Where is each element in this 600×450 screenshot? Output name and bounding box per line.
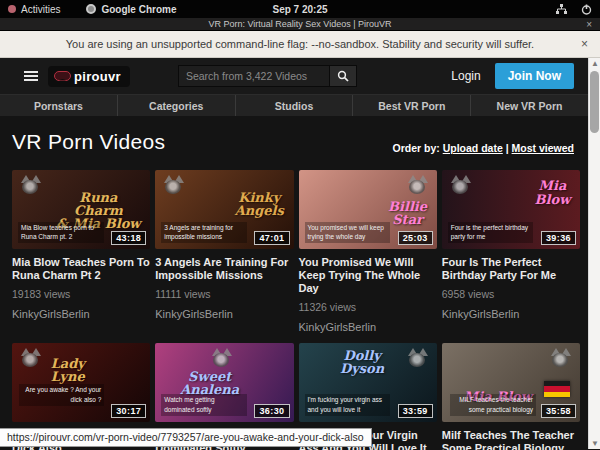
tab-close-icon[interactable]: × xyxy=(586,18,592,31)
video-thumbnail[interactable]: Dolly Dyson I'm fucking your virgin ass … xyxy=(299,343,437,422)
order-by-label: Order by: xyxy=(393,142,440,154)
browser-viewport: pirouvr Login Join Now Pornstars Categor… xyxy=(0,58,600,449)
video-card: Kinky Angels 3 Angels are training for i… xyxy=(155,170,293,333)
video-card: Billie Star You promised we will keep tr… xyxy=(299,170,437,333)
duration-badge: 36:30 xyxy=(254,404,289,418)
nav-new-vr-porn[interactable]: New VR Porn xyxy=(470,95,588,116)
page-scrollbar[interactable]: ▲ ▼ xyxy=(588,58,600,449)
duration-badge: 33:59 xyxy=(398,404,433,418)
video-thumbnail[interactable]: Sweet Analena Watch me getting dominated… xyxy=(155,343,293,422)
studio-link[interactable]: KinkyGirlsBerlin xyxy=(299,321,437,333)
search-input[interactable] xyxy=(178,65,330,87)
thumbnail-caption: You promised we will keep trying the who… xyxy=(305,222,391,244)
warning-close-icon[interactable]: × xyxy=(581,37,588,51)
thumbnail-model-name: Kinky Angels xyxy=(235,191,284,218)
video-thumbnail[interactable]: Runa Charm & Mia Blow Mia Blow teaches p… xyxy=(12,170,150,249)
nav-best-vr-porn[interactable]: Best VR Porn xyxy=(352,95,470,116)
video-grid: Runa Charm & Mia Blow Mia Blow teaches p… xyxy=(12,170,580,450)
tab-title: VR Porn: Virtual Reality Sex Videos | Pi… xyxy=(208,19,391,29)
german-flag xyxy=(544,381,570,397)
video-thumbnail[interactable]: Lady Lyne Are you awake ? And your dick … xyxy=(12,343,150,422)
scrollbar-up-arrow[interactable]: ▲ xyxy=(589,58,600,69)
thumbnail-caption: I'm fucking your virgin ass and you will… xyxy=(305,394,391,416)
video-views: 11326 views xyxy=(299,301,437,313)
video-title[interactable]: Milf Teaches The Teacher Some Practical … xyxy=(442,429,580,450)
studio-mask-icon xyxy=(407,348,429,368)
video-thumbnail[interactable]: Billie Star You promised we will keep tr… xyxy=(299,170,437,249)
join-now-button[interactable]: Join Now xyxy=(495,63,574,89)
site-logo[interactable]: pirouvr xyxy=(48,66,130,87)
studio-mask-icon xyxy=(211,348,233,368)
order-by: Order by: Upload date | Most viewed xyxy=(393,142,575,154)
video-views: 6958 views xyxy=(442,288,580,300)
main-nav: Pornstars Categories Studios Best VR Por… xyxy=(0,94,588,116)
thumbnail-model-name: Billie Star xyxy=(388,200,427,227)
site-header: pirouvr Login Join Now xyxy=(0,58,588,94)
network-icon[interactable] xyxy=(556,4,567,15)
page-title: VR Porn Videos xyxy=(12,130,165,154)
video-thumbnail[interactable]: Mia Blow Four is the perfect birthday pa… xyxy=(442,170,580,249)
thumbnail-caption: MILF teaches the teacher some practical … xyxy=(450,394,536,416)
duration-badge: 30:17 xyxy=(111,404,146,418)
warning-bar: You are using an unsupported command-lin… xyxy=(0,31,600,58)
video-views: 11111 views xyxy=(155,288,293,300)
thumbnail-caption: Are you awake ? And your dick also ? xyxy=(19,384,105,406)
search-button[interactable] xyxy=(330,65,357,87)
thumbnail-caption: Mia Blow teaches porn to Runa Charm pt. … xyxy=(18,222,104,244)
status-url: https://pirouvr.com/vr-porn-video/779325… xyxy=(0,428,372,447)
studio-link[interactable]: KinkyGirlsBerlin xyxy=(155,308,293,320)
nav-pornstars[interactable]: Pornstars xyxy=(0,95,117,116)
scrollbar-thumb[interactable] xyxy=(590,71,599,133)
system-bar: Activities Google Chrome Sep 7 20:25 xyxy=(0,0,600,18)
clock[interactable]: Sep 7 20:25 xyxy=(0,4,600,15)
thumbnail-model-name: Lady Lyne xyxy=(51,357,85,384)
scrollbar-down-arrow[interactable]: ▼ xyxy=(589,438,600,449)
studio-mask-icon xyxy=(20,175,42,195)
thumbnail-model-name: Mia Blow xyxy=(535,179,571,206)
video-thumbnail[interactable]: Mia Blow MILF teaches the teacher some p… xyxy=(442,343,580,422)
order-upload-date-link[interactable]: Upload date xyxy=(443,142,503,154)
nav-categories[interactable]: Categories xyxy=(117,95,235,116)
power-icon[interactable] xyxy=(581,4,592,15)
video-card: Runa Charm & Mia Blow Mia Blow teaches p… xyxy=(12,170,150,333)
vr-headset-icon xyxy=(54,71,71,82)
nav-studios[interactable]: Studios xyxy=(235,95,353,116)
video-card: Mia Blow MILF teaches the teacher some p… xyxy=(442,343,580,450)
video-thumbnail[interactable]: Kinky Angels 3 Angels are training for i… xyxy=(155,170,293,249)
warning-text: You are using an unsupported command-lin… xyxy=(66,38,534,50)
thumbnail-caption: Watch me getting dominated softly xyxy=(161,394,247,416)
thumbnail-caption: Four is the perfect birthday party for m… xyxy=(448,222,534,244)
video-title[interactable]: You Promised We Will Keep Trying The Who… xyxy=(299,256,437,295)
thumbnail-model-name: Dolly Dyson xyxy=(340,349,384,376)
browser-tab[interactable]: VR Porn: Virtual Reality Sex Videos | Pi… xyxy=(0,18,600,31)
studio-mask-icon xyxy=(550,348,572,368)
duration-badge: 43:18 xyxy=(111,231,146,245)
duration-badge: 25:03 xyxy=(398,231,433,245)
video-title[interactable]: Four Is The Perfect Birthday Party For M… xyxy=(442,256,580,282)
search-icon xyxy=(337,70,349,82)
studio-mask-icon xyxy=(450,175,472,195)
studio-link[interactable]: KinkyGirlsBerlin xyxy=(442,308,580,320)
duration-badge: 35:58 xyxy=(541,404,576,418)
studio-link[interactable]: KinkyGirlsBerlin xyxy=(12,308,150,320)
menu-icon[interactable] xyxy=(24,69,38,83)
order-most-viewed-link[interactable]: Most viewed xyxy=(512,142,574,154)
main-content: VR Porn Videos Order by: Upload date | M… xyxy=(0,116,588,450)
video-title[interactable]: 3 Angels Are Training For Impossible Mis… xyxy=(155,256,293,282)
video-views: 19183 views xyxy=(12,288,150,300)
duration-badge: 39:36 xyxy=(541,231,576,245)
video-title[interactable]: Mia Blow Teaches Porn To Runa Charm Pt 2 xyxy=(12,256,150,282)
login-link[interactable]: Login xyxy=(451,69,480,83)
thumbnail-model-name: Sweet Analena xyxy=(180,370,239,397)
video-card: Mia Blow Four is the perfect birthday pa… xyxy=(442,170,580,333)
studio-mask-icon xyxy=(407,175,429,195)
duration-badge: 47:01 xyxy=(254,231,289,245)
thumbnail-caption: 3 Angels are training for impossible mis… xyxy=(161,222,247,244)
studio-mask-icon xyxy=(163,175,185,195)
search-form xyxy=(178,65,357,87)
studio-mask-icon xyxy=(20,348,42,368)
logo-text: pirouvr xyxy=(74,69,121,84)
